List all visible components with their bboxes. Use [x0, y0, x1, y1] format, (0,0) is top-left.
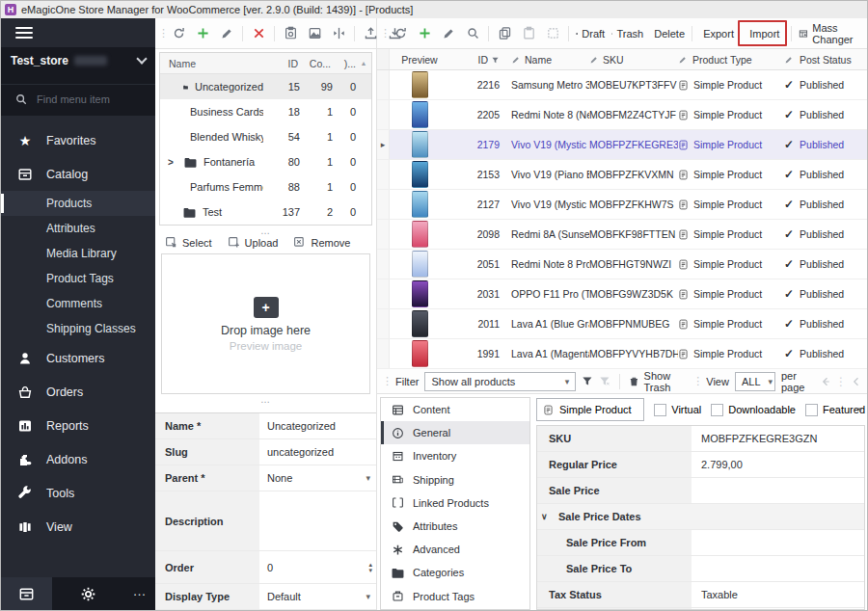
- expand-icon[interactable]: >: [168, 157, 177, 168]
- toolbar-drag-handle[interactable]: ⋮: [158, 27, 166, 40]
- clear-filter-icon[interactable]: [599, 374, 610, 388]
- column-type[interactable]: Product Type: [678, 54, 784, 66]
- product-row[interactable]: 2098 Redmi 8A (Sunset Red, 32 GB) MOBFKF…: [377, 220, 867, 250]
- column-status[interactable]: Post Status: [784, 54, 867, 66]
- category-row[interactable]: Blended Whisky 54 1 0: [160, 124, 371, 149]
- image-edit-button[interactable]: [303, 22, 326, 45]
- edit-button[interactable]: [437, 22, 460, 45]
- mass-changer-button[interactable]: Mass Changer: [796, 22, 864, 45]
- sidebar-item-product-tags[interactable]: Product Tags: [1, 266, 155, 291]
- slug-field[interactable]: uncategorized: [259, 439, 376, 465]
- delete-button[interactable]: [247, 22, 270, 45]
- tax-class-field[interactable]: Standard: [692, 608, 864, 610]
- sale-price-to-field[interactable]: [692, 556, 864, 581]
- panel-resize-handle[interactable]: …: [155, 394, 376, 404]
- product-row[interactable]: 2205 Redmi Note 8 (Neptune Blue, MOBFM2Z…: [377, 100, 867, 130]
- product-row[interactable]: 2011 Lava A1 (Blue Gradient) MOBFPNMUBEG…: [377, 309, 867, 339]
- prev-icon[interactable]: [851, 376, 862, 387]
- tab-advanced[interactable]: Advanced: [381, 538, 529, 561]
- sidebar-item-media-library[interactable]: Media Library: [1, 241, 155, 266]
- description-field[interactable]: [259, 491, 376, 550]
- column-id[interactable]: ID: [261, 58, 298, 69]
- column-extra[interactable]: )...: [331, 58, 356, 69]
- filter-drag-handle[interactable]: ⋮: [692, 375, 700, 387]
- sku-field[interactable]: MOBFPZFKEGRE3GZN: [692, 426, 864, 451]
- collapse-chevron-icon[interactable]: ∨: [541, 512, 551, 521]
- order-stepper[interactable]: 0 ▴▾: [259, 551, 376, 583]
- tab-general[interactable]: General: [381, 421, 529, 444]
- product-type-dropdown[interactable]: Simple Product ▾: [536, 398, 644, 421]
- trash-button[interactable]: Trash: [609, 22, 646, 45]
- column-name[interactable]: Name: [507, 54, 589, 66]
- upload-image-button[interactable]: Upload: [228, 236, 279, 249]
- tax-status-field[interactable]: Taxable: [692, 582, 864, 607]
- paste-special-button[interactable]: [541, 22, 564, 45]
- column-preview[interactable]: Preview: [390, 54, 449, 66]
- search-input[interactable]: [37, 93, 133, 105]
- column-id[interactable]: ID: [449, 54, 507, 66]
- search-button[interactable]: [461, 22, 484, 45]
- pagination-arrows[interactable]: ⋮: [820, 375, 862, 388]
- tab-shipping[interactable]: Shipping: [381, 468, 529, 491]
- image-drop-area[interactable]: + Drop image here Preview image: [161, 253, 370, 394]
- add-button[interactable]: [413, 22, 436, 45]
- hamburger-menu-icon[interactable]: [1, 18, 155, 47]
- spinner-arrows-icon[interactable]: ▴▾: [368, 562, 372, 573]
- footer-catalog-icon[interactable]: [1, 577, 52, 610]
- filter-drag-handle[interactable]: ⋮: [382, 375, 390, 387]
- sidebar-item-view[interactable]: View: [1, 510, 155, 544]
- sidebar-item-tools[interactable]: Tools: [1, 476, 155, 510]
- add-button[interactable]: [191, 22, 214, 45]
- tree-resize-handle[interactable]: …: [155, 226, 376, 235]
- tab-categories[interactable]: Categories: [381, 561, 529, 584]
- paste-image-button[interactable]: [279, 22, 302, 45]
- sidebar-item-attributes[interactable]: Attributes: [1, 216, 155, 241]
- column-count[interactable]: Co...: [298, 58, 331, 69]
- products-table-header[interactable]: Preview ID Name SKU Product Type Post St…: [377, 49, 867, 70]
- category-row[interactable]: Uncategorized 15 99 0: [160, 74, 371, 99]
- toolbar-drag-handle[interactable]: ⋮: [380, 27, 388, 40]
- sale-price-from-field[interactable]: [692, 530, 864, 555]
- delete-button[interactable]: Delete: [647, 22, 688, 45]
- export-button[interactable]: Export: [696, 22, 737, 45]
- prev-page-icon[interactable]: [820, 376, 831, 387]
- product-row[interactable]: 1991 Lava A1 (Magenta Red) MOBFPYVYHB7DH…: [377, 339, 867, 369]
- product-row[interactable]: 2153 Vivo V19 (Piano Black, 256 GB) MOBF…: [377, 160, 867, 190]
- settings-gear-icon[interactable]: [52, 577, 124, 610]
- refresh-button[interactable]: [167, 22, 190, 45]
- column-sku[interactable]: SKU: [589, 54, 678, 66]
- tab-attributes[interactable]: Attributes: [381, 515, 529, 538]
- regular-price-field[interactable]: 2.799,00: [692, 452, 864, 477]
- column-name[interactable]: Name: [160, 58, 261, 69]
- import-button[interactable]: Import: [738, 20, 787, 46]
- category-row[interactable]: Test 137 2 0: [160, 199, 371, 225]
- split-view-button[interactable]: [327, 22, 350, 45]
- downloadable-checkbox[interactable]: Downloadable: [711, 404, 796, 416]
- category-tree-header[interactable]: Name ID Co... )... ▲: [160, 53, 371, 74]
- category-row[interactable]: Parfums Femme 88 1 0: [160, 174, 371, 199]
- sidebar-item-favorites[interactable]: ★ Favorites: [1, 123, 155, 157]
- product-row[interactable]: 2216 Samsung Metro 313 Dual Sim MOBEU7KP…: [377, 70, 867, 100]
- store-selector[interactable]: Test_store: [1, 47, 155, 76]
- sidebar-item-shipping-classes[interactable]: Shipping Classes: [1, 316, 155, 341]
- show-trash-button[interactable]: Show Trash: [629, 370, 687, 393]
- sale-price-field[interactable]: [692, 478, 864, 503]
- sidebar-item-reports[interactable]: Reports: [1, 409, 155, 442]
- sidebar-item-comments[interactable]: Comments: [1, 291, 155, 316]
- product-row[interactable]: 2127 Vivo V19 (Mystic Silver, 256 GB MOB…: [377, 190, 867, 220]
- category-row[interactable]: >Fontanería 80 1 0: [160, 149, 371, 174]
- sidebar-item-catalog[interactable]: Catalog: [1, 157, 155, 191]
- display-type-dropdown[interactable]: Default▾: [259, 584, 376, 609]
- featured-checkbox[interactable]: Featured: [805, 404, 865, 416]
- product-row[interactable]: 2051 Redmi Note 8 Pro (Halo White, MOBFH…: [377, 250, 867, 279]
- tab-linked-products[interactable]: Linked Products: [381, 491, 529, 515]
- paste-button[interactable]: [517, 22, 540, 45]
- name-field[interactable]: Uncategorized: [259, 413, 376, 438]
- remove-image-button[interactable]: Remove: [293, 236, 350, 249]
- filter-dropdown[interactable]: Show all products▾: [424, 372, 576, 391]
- sidebar-item-orders[interactable]: Orders: [1, 375, 155, 409]
- view-dropdown[interactable]: ALL▾: [735, 372, 775, 391]
- tab-content[interactable]: Content: [381, 398, 529, 421]
- apply-filter-icon[interactable]: [582, 374, 593, 388]
- category-row[interactable]: Business Cards 18 1 0: [160, 99, 371, 124]
